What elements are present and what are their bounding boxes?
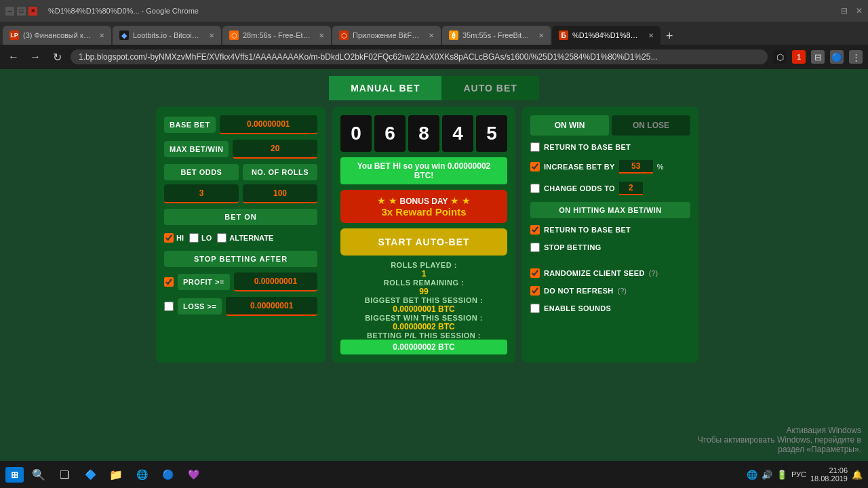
taskbar-viber-icon[interactable]: 💜 [182,464,204,485]
tab-5-close[interactable]: ✕ [538,32,544,39]
enable-sounds-checkbox[interactable] [530,304,540,313]
dice-digit-3: 4 [442,115,473,152]
dice-digit-4: 5 [476,115,507,152]
extension-icon-1[interactable]: ⬡ [773,50,787,64]
tab-1-close[interactable]: ✕ [99,32,104,39]
extension-icon-3[interactable]: ⊟ [811,50,825,64]
change-odds-input[interactable] [619,182,643,195]
notifications-icon[interactable]: 🔔 [852,470,863,480]
extension-icon-4[interactable]: 🔵 [830,50,844,64]
start-button[interactable]: ⊞ [5,467,24,483]
taskbar-edge-icon[interactable]: 🔷 [79,464,101,485]
taskbar-ie-icon[interactable]: 🔵 [157,464,178,485]
bet-odds-value[interactable]: 3 [164,184,239,203]
tray-sound-icon[interactable]: 🔊 [762,470,772,480]
increase-bet-input[interactable] [619,160,653,174]
max-bet-value[interactable]: 20 [233,140,317,159]
window-resize-icon[interactable]: ⊟ [841,6,848,16]
tab-3[interactable]: ⬡ 28m:56s - Free-Ether... ✕ [222,26,331,45]
clock-date: 18.08.2019 [810,474,848,483]
max-bet-row: MAX BET/WIN 20 [164,140,317,159]
close-button[interactable]: ✕ [28,7,37,16]
on-lose-tab[interactable]: ON LOSE [612,115,690,136]
hit-stop-checkbox[interactable] [530,243,540,252]
return-base-checkbox[interactable] [530,142,540,152]
max-bet-label: MAX BET/WIN [164,141,229,157]
new-tab-button[interactable]: + [662,29,677,43]
randomize-help-icon[interactable]: (?) [649,269,658,277]
alternate-checkbox[interactable] [217,233,226,243]
forward-button[interactable]: → [27,51,43,63]
manual-bet-tab[interactable]: MANUAL BET [329,76,441,100]
alternate-option[interactable]: ALTERNATE [217,233,273,243]
profit-value[interactable]: 0.00000001 [234,272,317,291]
more-options-icon[interactable]: ⋮ [849,50,863,64]
tab-4-close[interactable]: ✕ [429,32,434,39]
dice-digit-0: 0 [340,115,372,152]
auto-bet-tab[interactable]: AUTO BET [441,76,538,100]
increase-bet-checkbox[interactable] [530,162,540,171]
betting-pl-label: BETTING P/L THIS SESSION : [340,331,507,340]
refresh-button[interactable]: ↻ [49,51,65,64]
tab-6[interactable]: Б %D1%84%D1%80%D0... ✕ [552,26,660,45]
activation-line3: раздел «Параметры». [698,445,861,454]
change-odds-checkbox[interactable] [530,184,540,193]
hi-option[interactable]: HI [164,233,184,243]
tab-4[interactable]: ⬡ Приложение BitFaucet ✕ [332,26,441,45]
tab-2[interactable]: ◆ Lootbits.io - Bitcoin loc... ✕ [113,26,221,45]
tab-1[interactable]: LP (3) Финансовый каби... ✕ [3,26,111,45]
percent-sign: % [657,163,664,171]
hi-checkbox[interactable] [164,233,174,243]
toolbar-icons: ⬡ 1 ⊟ 🔵 ⋮ [773,50,863,64]
hit-stop-label: STOP BETTING [544,243,601,251]
tab-4-label: Приложение BitFaucet [353,31,422,39]
taskbar-chrome-icon[interactable]: 🌐 [131,464,153,485]
maximize-button[interactable]: □ [17,7,26,16]
no-of-rolls-label: NO. OF ROLLS [243,164,317,180]
loss-checkbox[interactable] [164,302,174,311]
bonus-reward-label: 3x Reward Points [349,206,499,218]
url-input[interactable] [71,49,768,64]
back-button[interactable]: ← [5,51,22,63]
browser-chrome: ─ □ ✕ %D1%84%D1%80%D0%... - Google Chrom… [0,0,868,69]
tray-network-icon[interactable]: 🌐 [747,470,757,480]
tab-1-favicon: LP [9,30,19,40]
extension-icon-2[interactable]: 1 [792,50,806,64]
enable-sounds-row: ENABLE SOUNDS [530,302,690,314]
tab-3-favicon: ⬡ [229,30,239,40]
start-auto-bet-button[interactable]: START AUTO-BET [340,228,507,256]
taskbar-task-view-icon[interactable]: ❑ [54,464,75,485]
base-bet-value[interactable]: 0.00000001 [220,115,317,134]
increase-bet-label: INCREASE BET BY [544,163,615,171]
activation-notice: Активация Windows Чтобы активировать Win… [698,426,861,454]
bet-tabs: MANUAL BET AUTO BET [329,76,539,100]
on-win-tab[interactable]: ON WIN [530,115,609,136]
lo-option[interactable]: LO [189,233,212,243]
taskbar-search-icon[interactable]: 🔍 [28,464,50,485]
no-of-rolls-value[interactable]: 100 [243,184,317,203]
profit-checkbox[interactable] [164,277,174,287]
tray-battery-icon[interactable]: 🔋 [776,470,787,480]
rolls-played-label: ROLLS PLAYED : [340,261,507,269]
refresh-help-icon[interactable]: (?) [618,287,627,295]
tab-6-close[interactable]: ✕ [648,32,654,39]
window-close-icon[interactable]: ✕ [856,6,863,16]
rolls-remaining-label: ROLLS REMAINING : [340,279,507,287]
title-bar: ─ □ ✕ %D1%84%D1%80%D0%... - Google Chrom… [0,0,868,22]
language-indicator[interactable]: РУС [791,470,806,479]
tab-3-close[interactable]: ✕ [319,32,324,39]
loss-value[interactable]: 0.00000001 [226,297,317,316]
minimize-button[interactable]: ─ [5,7,14,16]
tab-5[interactable]: ₿ 35m:55s - FreeBitco.in ✕ [442,26,551,45]
do-not-refresh-checkbox[interactable] [530,286,540,296]
randomize-checkbox[interactable] [530,268,540,278]
biggest-win-value: 0.00000002 BTC [340,322,507,331]
hit-return-checkbox[interactable] [530,225,540,235]
lo-checkbox[interactable] [189,233,199,243]
taskbar-explorer-icon[interactable]: 📁 [105,464,127,485]
tab-2-close[interactable]: ✕ [209,32,214,39]
base-bet-label: BASE BET [164,117,216,133]
tab-5-label: 35m:55s - FreeBitco.in [462,31,532,39]
do-not-refresh-row: DO NOT REFRESH (?) [530,285,690,297]
center-panel: 0 6 8 4 5 You BET HI so you win 0.000000… [332,107,515,363]
